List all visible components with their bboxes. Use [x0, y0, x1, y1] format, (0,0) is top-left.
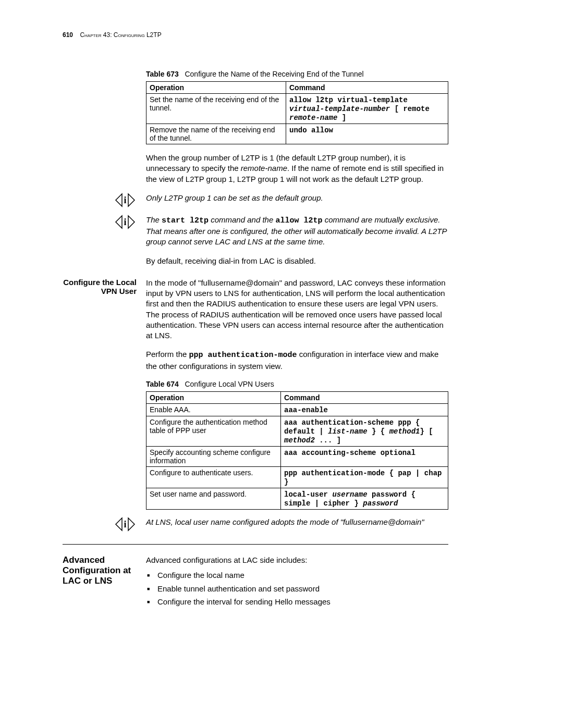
- table-row: Configure to authenticate users. ppp aut…: [146, 466, 448, 488]
- note-text: At LNS, local user name configured adopt…: [146, 517, 448, 527]
- col-operation: Operation: [146, 391, 281, 403]
- table-row: Set user name and password. local-user u…: [146, 488, 448, 509]
- col-command: Command: [281, 391, 448, 403]
- svg-marker-1: [128, 194, 134, 206]
- cell-operation: Set the name of the receiving end of the…: [146, 94, 286, 124]
- list-item: Configure the interval for sending Hello…: [146, 595, 516, 609]
- page-number: 610: [63, 31, 73, 39]
- cell-operation: Remove the name of the receiving end of …: [146, 124, 286, 144]
- svg-text:i: i: [124, 217, 126, 227]
- divider: [63, 544, 448, 545]
- col-command: Command: [286, 82, 448, 94]
- info-icon: i: [115, 193, 138, 207]
- info-icon: i: [115, 517, 138, 532]
- page-header: 610 Chapter 43: Configuring L2TP: [63, 31, 516, 39]
- cell-command: allow l2tp virtual-template virtual-temp…: [286, 94, 448, 124]
- paragraph: In the mode of "fullusername@domain" and…: [146, 278, 448, 341]
- table-row: Remove the name of the receiving end of …: [146, 124, 448, 144]
- table-674: Operation Command Enable AAA. aaa-enable…: [146, 391, 448, 510]
- svg-marker-0: [116, 194, 122, 206]
- table-title: Configure Local VPN Users: [185, 380, 274, 388]
- table-label: Table 673: [146, 70, 179, 78]
- svg-text:i: i: [124, 195, 126, 205]
- svg-marker-7: [128, 518, 134, 530]
- page: 610 Chapter 43: Configuring L2TP Table 6…: [0, 0, 563, 728]
- table-row: Enable AAA. aaa-enable: [146, 403, 448, 416]
- table-label: Table 674: [146, 380, 179, 388]
- svg-marker-4: [128, 216, 134, 228]
- info-icon: i: [115, 215, 138, 229]
- svg-marker-3: [116, 216, 122, 228]
- table-caption-674: Table 674 Configure Local VPN Users: [146, 380, 516, 388]
- table-row: Specify accounting scheme configure info…: [146, 446, 448, 466]
- chapter-label: Chapter 43: Configuring L2TP: [80, 31, 161, 39]
- paragraph: By default, receiving dial-in from LAC i…: [146, 256, 448, 266]
- table-row: Configure the authentication method tabl…: [146, 416, 448, 446]
- table-caption-673: Table 673 Configure the Name of the Rece…: [146, 70, 516, 78]
- section-heading: Advanced Configuration at LAC or LNS: [63, 555, 146, 586]
- note-text: Only L2TP group 1 can be set as the defa…: [146, 193, 448, 203]
- table-673: Operation Command Set the name of the re…: [146, 81, 448, 144]
- table-row: Set the name of the receiving end of the…: [146, 94, 448, 124]
- svg-marker-6: [116, 518, 122, 530]
- svg-text:i: i: [124, 519, 126, 529]
- paragraph: Advanced configurations at LAC side incl…: [146, 555, 448, 565]
- cell-command: undo allow: [286, 124, 448, 144]
- paragraph: When the group number of L2TP is 1 (the …: [146, 153, 448, 184]
- list-item: Configure the local name: [146, 569, 516, 582]
- note-text: The start l2tp command and the allow l2t…: [146, 215, 448, 248]
- col-operation: Operation: [146, 82, 286, 94]
- bullet-list: Configure the local name Enable tunnel a…: [146, 569, 516, 609]
- table-title: Configure the Name of the Receiving End …: [185, 70, 363, 78]
- paragraph: Perform the ppp authentication-mode conf…: [146, 349, 448, 372]
- list-item: Enable tunnel authentication and set pas…: [146, 582, 516, 596]
- section-heading: Configure the Local VPN User: [63, 278, 146, 295]
